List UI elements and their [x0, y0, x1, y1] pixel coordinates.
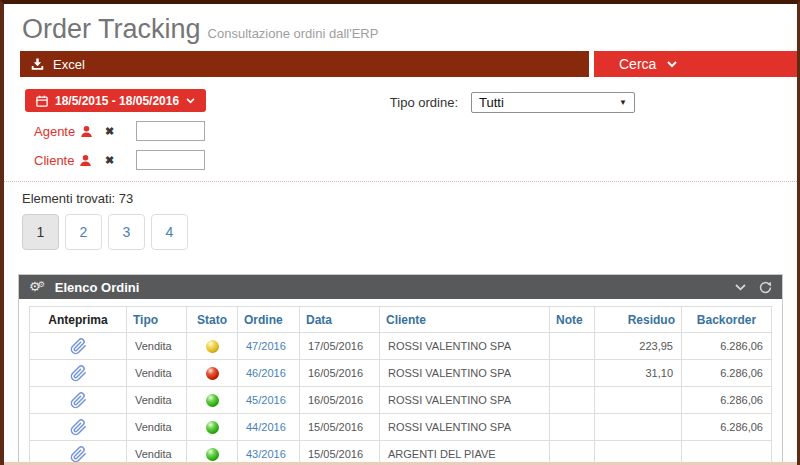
- column-header-link[interactable]: Cliente: [386, 313, 426, 327]
- backorder-cell: 6.286,06: [682, 333, 772, 360]
- clear-agente-button[interactable]: ✖: [105, 125, 136, 138]
- column-header: Data: [300, 307, 380, 333]
- column-header-link[interactable]: Residuo: [628, 313, 675, 327]
- column-header: Note: [550, 307, 595, 333]
- calendar-icon: [36, 95, 48, 107]
- cliente-cell: ROSSI VALENTINO SPA: [380, 333, 550, 360]
- stato-cell: [187, 387, 238, 414]
- date-range-label: 18/5/2015 - 18/05/2016: [55, 94, 179, 108]
- agente-filter-row: Agente ✖: [21, 121, 206, 141]
- tipo-cell: Vendita: [127, 360, 187, 387]
- data-cell: 16/05/2016: [300, 387, 380, 414]
- page-title: Order Tracking: [22, 14, 201, 44]
- orders-panel-title: Elenco Ordini: [55, 280, 140, 295]
- stato-cell: [187, 414, 238, 441]
- pagination-page-button[interactable]: 4: [151, 214, 188, 250]
- table-row: Vendita 45/2016 16/05/2016 ROSSI VALENTI…: [30, 387, 772, 414]
- table-row: Vendita 44/2016 15/05/2016 ROSSI VALENTI…: [30, 414, 772, 441]
- anteprima-cell: [30, 360, 127, 387]
- attachment-icon[interactable]: [70, 419, 87, 436]
- pagination-page-button[interactable]: 2: [65, 214, 102, 250]
- orders-panel: ⚙⚙ Elenco Ordini AnteprimaTipoStatoOrdin…: [18, 274, 783, 465]
- column-header-link[interactable]: Stato: [197, 313, 227, 327]
- panel-actions: [735, 281, 772, 294]
- attachment-icon[interactable]: [70, 392, 87, 409]
- cogs-icon: ⚙⚙: [29, 280, 48, 293]
- results-count-label: Elementi trovati:: [22, 191, 115, 206]
- anteprima-cell: [30, 333, 127, 360]
- column-header: Anteprima: [30, 307, 127, 333]
- attachment-icon[interactable]: [70, 338, 87, 355]
- collapse-panel-icon[interactable]: [735, 284, 746, 291]
- anteprima-cell: [30, 414, 127, 441]
- status-dot-icon: [206, 421, 219, 434]
- agente-label-text: Agente: [34, 124, 75, 139]
- stato-cell: [187, 333, 238, 360]
- cerca-button[interactable]: Cerca: [594, 51, 797, 77]
- ordine-cell: 44/2016: [238, 414, 300, 441]
- column-header: Tipo: [127, 307, 187, 333]
- cliente-label-text: Cliente: [34, 153, 74, 168]
- attachment-icon[interactable]: [70, 446, 87, 463]
- column-header-link[interactable]: Anteprima: [48, 313, 107, 327]
- agente-label: Agente: [34, 124, 105, 139]
- orders-panel-body: AnteprimaTipoStatoOrdineDataClienteNoteR…: [19, 299, 782, 465]
- pagination-page-button[interactable]: 1: [22, 214, 59, 250]
- column-header-link[interactable]: Tipo: [133, 313, 158, 327]
- cliente-cell: ROSSI VALENTINO SPA: [380, 414, 550, 441]
- backorder-cell: 6.286,06: [682, 414, 772, 441]
- order-link[interactable]: 45/2016: [246, 394, 286, 406]
- backorder-cell: 6.286,06: [682, 360, 772, 387]
- data-cell: 15/05/2016: [300, 414, 380, 441]
- filters-left: 18/5/2015 - 18/05/2016 Agente ✖ Cliente: [21, 89, 206, 170]
- status-dot-icon: [206, 340, 219, 353]
- column-header-link[interactable]: Backorder: [697, 313, 756, 327]
- page-header: Order TrackingConsultazione ordini dall'…: [4, 4, 797, 45]
- cliente-filter-row: Cliente ✖: [21, 150, 206, 170]
- orders-table-body: Vendita 47/2016 17/05/2016 ROSSI VALENTI…: [30, 333, 772, 465]
- ordine-cell: 46/2016: [238, 360, 300, 387]
- agente-input[interactable]: [136, 121, 205, 141]
- filters-section: 18/5/2015 - 18/05/2016 Agente ✖ Cliente: [21, 89, 781, 170]
- status-dot-icon: [206, 448, 219, 461]
- excel-export-button[interactable]: Excel: [20, 51, 589, 77]
- column-header-link[interactable]: Data: [306, 313, 332, 327]
- chevron-down-icon: [667, 61, 677, 68]
- clear-cliente-button[interactable]: ✖: [105, 154, 136, 167]
- results-count-value: 73: [119, 191, 133, 206]
- column-header: Backorder: [682, 307, 772, 333]
- cliente-input[interactable]: [136, 150, 205, 170]
- dotted-separator: [4, 181, 797, 182]
- column-header-link[interactable]: Note: [556, 313, 583, 327]
- download-icon: [31, 58, 44, 71]
- column-header-link[interactable]: Ordine: [244, 313, 283, 327]
- cliente-cell: ROSSI VALENTINO SPA: [380, 360, 550, 387]
- excel-button-label: Excel: [53, 57, 85, 72]
- order-link[interactable]: 44/2016: [246, 421, 286, 433]
- person-icon: [80, 125, 93, 138]
- data-cell: 16/05/2016: [300, 360, 380, 387]
- tipo-cell: Vendita: [127, 387, 187, 414]
- data-cell: 17/05/2016: [300, 333, 380, 360]
- order-link[interactable]: 46/2016: [246, 367, 286, 379]
- tipo-cell: Vendita: [127, 333, 187, 360]
- date-range-button[interactable]: 18/5/2015 - 18/05/2016: [25, 89, 206, 112]
- order-link[interactable]: 43/2016: [246, 448, 286, 460]
- column-header: Stato: [187, 307, 238, 333]
- refresh-icon[interactable]: [759, 281, 772, 294]
- order-link[interactable]: 47/2016: [246, 340, 286, 352]
- chevron-down-icon: [186, 98, 195, 104]
- column-header: Cliente: [380, 307, 550, 333]
- residuo-cell: [595, 414, 682, 441]
- note-cell: [550, 414, 595, 441]
- results-count: Elementi trovati: 73: [22, 191, 797, 206]
- pagination-page-button[interactable]: 3: [108, 214, 145, 250]
- anteprima-cell: [30, 387, 127, 414]
- note-cell: [550, 360, 595, 387]
- tipo-ordine-select[interactable]: Tutti ▼: [471, 92, 635, 113]
- stato-cell: [187, 360, 238, 387]
- pagination: 1234: [22, 214, 797, 250]
- attachment-icon[interactable]: [70, 365, 87, 382]
- residuo-cell: [595, 387, 682, 414]
- page-subtitle: Consultazione ordini dall'ERP: [208, 26, 379, 41]
